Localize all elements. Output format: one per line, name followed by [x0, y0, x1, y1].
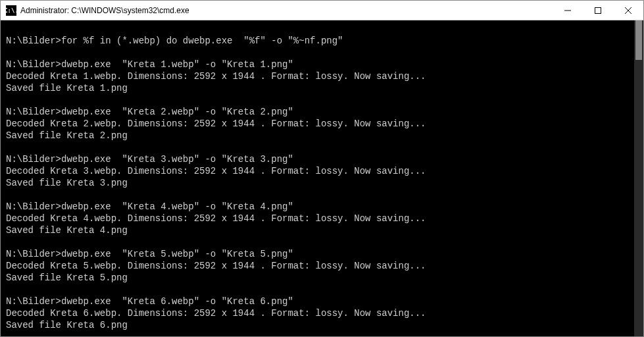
terminal[interactable]: N:\Bilder>for %f in (*.webp) do dwebp.ex…	[1, 20, 643, 336]
cmd-icon: C:\.	[6, 5, 16, 16]
close-button[interactable]	[613, 1, 643, 20]
close-icon	[625, 7, 632, 14]
scrollbar[interactable]	[634, 20, 643, 336]
svg-rect-1	[595, 7, 601, 13]
minimize-button[interactable]	[553, 1, 583, 20]
maximize-icon	[595, 7, 601, 14]
window-title: Administrator: C:\WINDOWS\system32\cmd.e…	[20, 6, 553, 15]
titlebar: C:\. Administrator: C:\WINDOWS\system32\…	[1, 1, 643, 20]
scrollbar-thumb[interactable]	[635, 20, 642, 60]
minimize-icon	[564, 7, 571, 14]
window-controls	[553, 1, 643, 20]
terminal-output: N:\Bilder>for %f in (*.webp) do dwebp.ex…	[1, 20, 634, 336]
maximize-button[interactable]	[583, 1, 613, 20]
